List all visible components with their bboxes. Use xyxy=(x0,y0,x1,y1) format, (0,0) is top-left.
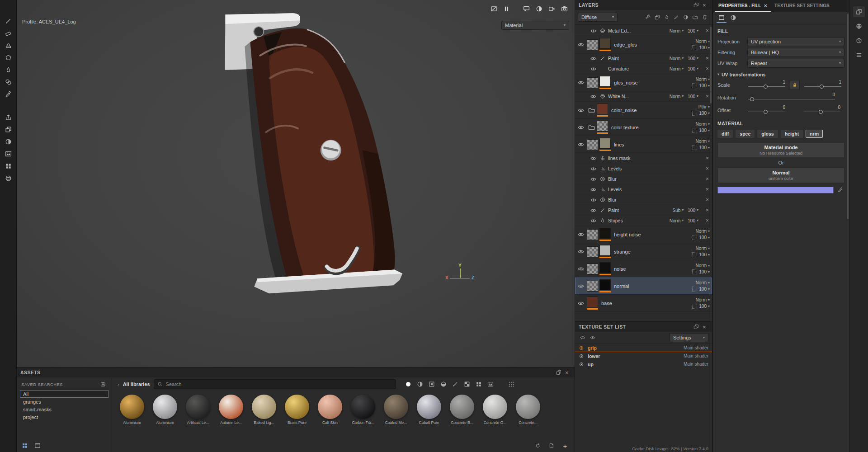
eye-icon[interactable] xyxy=(575,42,587,48)
opacity-select[interactable]: 100 ▾ xyxy=(688,28,698,33)
eye-icon[interactable] xyxy=(590,207,597,213)
blend-mode-select[interactable]: Norm ▾ xyxy=(696,263,710,268)
eye-icon[interactable] xyxy=(590,187,597,193)
grid-view-icon[interactable] xyxy=(506,379,516,389)
opacity-select[interactable]: 100 ▾ xyxy=(699,269,710,274)
opacity-select[interactable]: 100 ▾ xyxy=(688,218,698,223)
collapse-libraries-icon[interactable]: › xyxy=(118,381,119,387)
add-smart-material-button[interactable] xyxy=(681,13,690,21)
camera-button[interactable] xyxy=(560,5,568,13)
blend-mode-select[interactable]: Norm ▾ xyxy=(696,139,710,144)
close-panel-icon[interactable]: × xyxy=(700,323,708,331)
rotation-slider[interactable]: 0 xyxy=(747,93,836,103)
opacity-select[interactable]: 100 ▾ xyxy=(699,83,710,88)
environment-tool-button[interactable] xyxy=(0,148,16,160)
layer-row[interactable]: noiseNorm ▾100 ▾ xyxy=(575,260,712,278)
undock-panel-icon[interactable] xyxy=(692,1,700,9)
remove-effect-icon[interactable]: × xyxy=(703,217,712,224)
material-properties-icon[interactable] xyxy=(728,13,738,23)
layer-effect-row[interactable]: Levels× xyxy=(575,184,712,195)
tab-properties-fill[interactable]: PROPERTIES - FILL × xyxy=(715,0,771,12)
smudge-tool-button[interactable] xyxy=(0,64,16,75)
show-all-icon[interactable] xyxy=(589,334,597,342)
asset-item[interactable]: Concrete G... xyxy=(482,395,508,425)
eye-icon[interactable] xyxy=(575,231,587,238)
asset-item[interactable]: Baked Lig... xyxy=(251,395,277,425)
material-ball-tool-button[interactable] xyxy=(0,173,16,184)
log-button[interactable] xyxy=(853,50,865,61)
close-panel-icon[interactable]: × xyxy=(700,1,708,9)
layer-effect-row[interactable]: PaintSub ▾100 ▾× xyxy=(575,205,712,216)
layer-thumbnail[interactable] xyxy=(599,76,611,87)
layer-mask-thumbnail[interactable] xyxy=(587,246,598,257)
asset-item[interactable]: Artificial Le... xyxy=(185,395,211,425)
delete-layer-button[interactable] xyxy=(700,13,709,21)
textures-filter[interactable] xyxy=(462,379,472,389)
import-resource-icon[interactable] xyxy=(547,442,556,450)
eye-icon[interactable] xyxy=(590,66,597,72)
opacity-select[interactable]: 100 ▾ xyxy=(688,66,698,71)
saved-search-item[interactable]: grunges xyxy=(20,398,108,405)
remove-effect-icon[interactable]: × xyxy=(703,155,712,161)
viewport-3d[interactable]: Profile: ACES_UE4_Log Material▾ Y X Z xyxy=(17,0,575,367)
layer-thumbnail[interactable] xyxy=(599,228,611,239)
add-resource-icon[interactable]: + xyxy=(561,442,569,450)
layer-effect-row[interactable]: Levels× xyxy=(575,164,712,174)
blend-mode-select[interactable]: Norm ▾ xyxy=(696,39,710,44)
projection-select[interactable]: UV projection▾ xyxy=(747,37,844,46)
texture-set-row[interactable]: lowerMain shader xyxy=(575,352,712,360)
properties-scrollbar[interactable] xyxy=(847,14,849,219)
channel-select[interactable]: Diffuse▾ xyxy=(578,13,618,22)
opacity-select[interactable]: 100 ▾ xyxy=(699,145,710,150)
layer-effect-row[interactable]: CurvatureNorm ▾100 ▾× xyxy=(575,64,712,74)
uv-transformations-toggle[interactable]: ▾UV transformations xyxy=(713,69,849,79)
texture-set-eye-icon[interactable] xyxy=(579,362,585,367)
blend-mode-select[interactable]: Norm ▾ xyxy=(670,28,684,33)
undock-panel-icon[interactable] xyxy=(555,368,563,377)
offset-y-slider[interactable]: 0 xyxy=(802,105,841,115)
opacity-select[interactable]: 100 ▾ xyxy=(699,252,710,257)
shader-settings-button[interactable] xyxy=(853,21,865,32)
model-pistol-grip[interactable] xyxy=(17,0,575,367)
visibility-filter-icon[interactable] xyxy=(579,334,587,342)
layer-row[interactable]: color textureNorm ▾100 ▾ xyxy=(575,119,712,136)
settings-select[interactable]: Settings▾ xyxy=(670,333,708,342)
layer-effect-row[interactable]: lines mask× xyxy=(575,153,712,164)
opacity-select[interactable]: 100 ▾ xyxy=(699,287,710,292)
blend-mode-select[interactable]: Norm ▾ xyxy=(696,229,710,234)
refresh-icon[interactable] xyxy=(534,442,542,450)
asset-item[interactable]: Brass Pure xyxy=(284,395,310,425)
layer-effect-row[interactable]: White N...Norm ▾100 ▾× xyxy=(575,91,712,102)
scale-x-slider[interactable]: 1 xyxy=(747,80,786,90)
layer-mask-thumbnail[interactable] xyxy=(587,77,598,88)
layer-thumbnail[interactable] xyxy=(597,121,608,132)
eye-icon[interactable] xyxy=(590,94,597,99)
opacity-select[interactable]: 100 ▾ xyxy=(688,56,698,61)
eye-icon[interactable] xyxy=(590,166,597,172)
texture-set-row[interactable]: gripMain shader xyxy=(575,344,712,352)
layer-thumbnail[interactable] xyxy=(599,279,611,290)
tab-texture-set-settings[interactable]: TEXTURE SET SETTINGS xyxy=(771,0,833,12)
material-mode-button[interactable]: Material mode No Resource Selected xyxy=(717,142,844,158)
opacity-select[interactable]: 100 ▾ xyxy=(699,111,710,116)
layer-row[interactable]: color_noisePthr ▾100 ▾ xyxy=(575,102,712,119)
video-button[interactable] xyxy=(547,5,556,13)
eraser-tool-button[interactable] xyxy=(0,28,16,39)
procedurals-filter[interactable] xyxy=(474,379,484,389)
blend-mode-select[interactable]: Norm ▾ xyxy=(696,280,710,285)
display-settings-button[interactable] xyxy=(853,6,865,17)
layer-effect-row[interactable]: Metal Ed...Norm ▾100 ▾× xyxy=(575,26,712,36)
eye-icon[interactable] xyxy=(575,141,587,148)
paint-tool-button[interactable] xyxy=(0,15,16,27)
materials-filter[interactable] xyxy=(403,379,413,389)
color-swatch[interactable] xyxy=(717,187,834,193)
search-input[interactable]: Search xyxy=(154,379,396,389)
close-tab-icon[interactable]: × xyxy=(764,2,767,9)
blend-mode-select[interactable]: Norm ▾ xyxy=(670,218,684,223)
polygon-fill-tool-button[interactable] xyxy=(0,52,16,63)
asset-item[interactable]: Aluminium xyxy=(119,395,145,425)
blend-mode-select[interactable]: Pthr ▾ xyxy=(698,104,710,109)
layer-row[interactable]: edge_glosNorm ▾100 ▾ xyxy=(575,36,712,53)
filtering-select[interactable]: Bilinear | HQ▾ xyxy=(747,48,844,57)
saved-search-item[interactable]: project xyxy=(20,413,108,421)
